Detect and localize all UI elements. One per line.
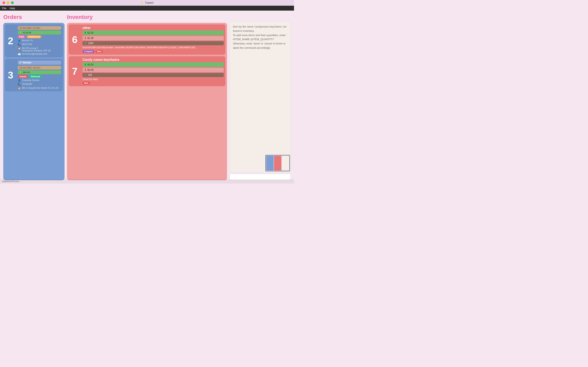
person-icon: 👤	[18, 39, 21, 42]
inv-name-6: other	[82, 26, 224, 30]
badge-unpaid-3: Unpaid	[18, 75, 28, 78]
order-details-3: 3 * Bolster 13 Oct 2022 <13:12> 💵 $60.00…	[16, 59, 63, 91]
titlebar: 🏷️ TrackO	[0, 0, 294, 6]
inv-price-high-7: ⬆ $3.50	[82, 62, 224, 67]
person-icon-3: 👤	[18, 79, 21, 82]
badge-paid-2: Paid	[18, 35, 25, 38]
order-phone-3: 📞 93210283	[18, 83, 61, 86]
inv-card-6[interactable]: 6 other ⬆ $2.00 ⬇ $1.98 🛒 1000 K	[69, 25, 225, 55]
order-status-row-3: Unpaid Delivered	[18, 75, 61, 78]
order-address-3: 🏠 Blk 11 Ang Mo Kio Street 74, #11-04	[18, 87, 61, 90]
inv-details-6: other ⬆ $2.00 ⬇ $1.98 🛒 1000 KAJHSFDIBFL…	[81, 25, 225, 55]
menu-file[interactable]: File	[2, 7, 6, 10]
inv-price-low-7: ⬇ $0.89	[82, 68, 224, 72]
close-button[interactable]	[2, 1, 5, 4]
order-date-3: 13 Oct 2022 <13:12>	[18, 66, 61, 69]
order-details-2: 12 Oct 2022 <12:15> 💵 $119.96 Paid Undel…	[16, 25, 63, 57]
badge-new-7: New	[82, 82, 90, 85]
inventory-list: 6 other ⬆ $2.00 ⬇ $1.98 🛒 1000 K	[67, 23, 227, 180]
order-card-2[interactable]: 2 12 Oct 2022 <12:15> 💵 $119.96 Paid Und…	[5, 25, 63, 57]
up-arrow-icon-6: ⬆	[84, 31, 86, 34]
inventory-title: Inventory	[67, 14, 227, 20]
app-icon: 🏷️	[140, 1, 144, 4]
phone-icon-3: 📞	[18, 83, 21, 86]
order-title-3: 3 * Bolster	[18, 60, 61, 65]
money-icon: 💵	[19, 31, 22, 34]
phone-icon: 📞	[18, 43, 21, 46]
order-name-3: 👤 Charlotte Oliveiro	[18, 79, 61, 82]
order-number-2: 2	[5, 25, 16, 57]
inv-card-7[interactable]: 7 Candy canes keychains ⬆ $3.50 ⬇ $0.89 …	[69, 56, 225, 86]
info-message-text: Item by the name 'candycanes keychains' …	[233, 25, 287, 50]
order-name-2: 👤 Bernice Yu	[18, 39, 61, 42]
preview-thumbnail	[265, 155, 290, 171]
main-content: Orders 2 12 Oct 2022 <12:15> 💵 $119.96 P…	[0, 11, 294, 184]
window-title: 🏷️ TrackO	[140, 1, 154, 4]
down-arrow-icon-7: ⬇	[84, 68, 86, 72]
preview-mid	[274, 156, 281, 170]
order-email-2: ✉️ berniceyu@example.com	[18, 53, 61, 56]
inv-qty-7: 🛒 350	[82, 73, 224, 77]
badge-limited-6: Limipted	[82, 50, 94, 53]
inv-price-high-6: ⬆ $2.00	[82, 31, 224, 35]
maximize-button[interactable]	[11, 1, 14, 4]
home-icon-3: 🏠	[18, 87, 21, 90]
badge-undelivered-2: Undelivered	[26, 35, 42, 38]
order-status-row-2: Paid Undelivered	[18, 35, 61, 38]
order-number-3: 3	[5, 59, 16, 91]
up-arrow-icon-7: ⬆	[84, 63, 86, 66]
preview-left	[266, 156, 274, 170]
order-amount-3: 💵 $60.00	[18, 70, 61, 74]
order-date-2: 12 Oct 2022 <12:15>	[18, 26, 61, 30]
menu-help[interactable]: Help	[9, 7, 15, 10]
inv-tags-6: Limipted New	[82, 50, 224, 53]
statusbar: ./data/trackO.json	[0, 179, 294, 184]
inv-qty-6: 🛒 1000	[82, 41, 224, 45]
inv-number-7: 7	[69, 56, 81, 86]
money-icon-3: 💵	[19, 71, 22, 74]
inv-tags-7: New	[82, 82, 224, 85]
inv-text-6: KAJHSFDIBFLWIUFBEJKHBFL WKAHBFLIRUBFGLWK…	[82, 46, 224, 49]
inv-price-low-6: ⬇ $1.98	[82, 36, 224, 40]
order-card-3[interactable]: 3 3 * Bolster 13 Oct 2022 <13:12> 💵 $60.…	[5, 59, 63, 91]
inv-name-7: Candy canes keychains	[82, 58, 224, 62]
cart-icon-6: 🛒	[84, 42, 87, 45]
minimize-button[interactable]	[7, 1, 9, 4]
orders-list: 2 12 Oct 2022 <12:15> 💵 $119.96 Paid Und…	[3, 23, 65, 180]
inv-number-6: 6	[69, 25, 81, 55]
order-amount-2: 💵 $119.96	[18, 31, 61, 34]
inventory-panel: Inventory 6 other ⬆ $2.00 ⬇ $1.98 🛒	[67, 14, 227, 180]
inv-desc-7: Great for kids!	[82, 78, 224, 81]
menubar: File Help	[0, 6, 294, 11]
email-icon: ✉️	[18, 53, 21, 56]
order-phone-2: 📞 99272758	[18, 43, 61, 46]
info-message-box: Item by the name 'candycanes keychains' …	[229, 21, 291, 172]
window-controls[interactable]	[2, 1, 14, 4]
order-address1-2: 🏠 Blk 30 Lorong 3 Serangoon Gardens, #07…	[18, 47, 61, 52]
home-icon: 🏠	[18, 47, 21, 50]
status-path: ./data/trackO.json	[2, 180, 19, 183]
preview-inner	[266, 155, 290, 171]
inv-details-7: Candy canes keychains ⬆ $3.50 ⬇ $0.89 🛒 …	[81, 56, 225, 86]
orders-title: Orders	[3, 14, 65, 20]
badge-new-6: New	[95, 50, 103, 53]
preview-right	[282, 156, 289, 170]
down-arrow-icon-6: ⬇	[84, 36, 86, 40]
orders-panel: Orders 2 12 Oct 2022 <12:15> 💵 $119.96 P…	[3, 14, 65, 180]
badge-delivered-3: Delivered	[29, 75, 42, 78]
cart-icon-7: 🛒	[84, 74, 87, 76]
